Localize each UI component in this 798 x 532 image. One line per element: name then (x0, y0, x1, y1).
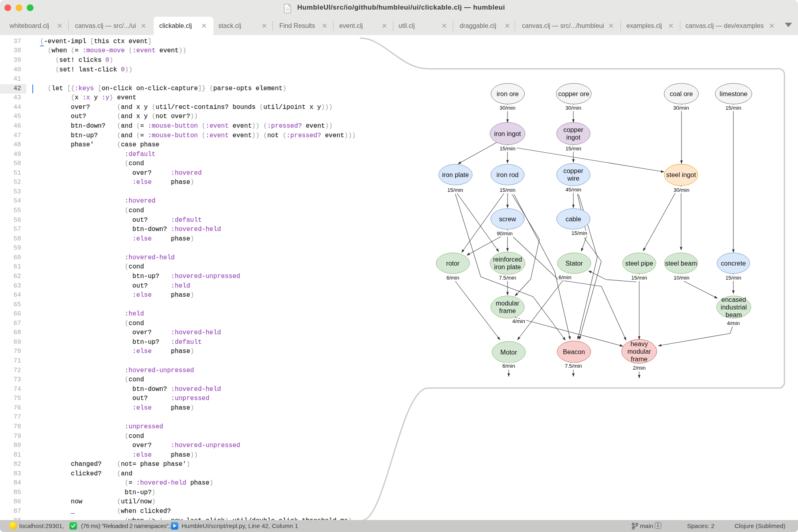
svg-text:15/min: 15/min (631, 275, 647, 281)
svg-text:coal ore: coal ore (670, 90, 693, 97)
svg-text:Stator: Stator (565, 260, 583, 267)
svg-text:iron plate: iron plate (442, 171, 469, 178)
svg-text:10/min: 10/min (674, 275, 689, 281)
svg-text:2/min: 2/min (633, 365, 646, 371)
svg-text:15/min: 15/min (500, 146, 516, 152)
svg-text:15/min: 15/min (725, 105, 741, 111)
svg-text:15/min: 15/min (725, 275, 741, 281)
svg-text:copper ore: copper ore (558, 90, 589, 97)
svg-text:screw: screw (499, 215, 516, 223)
svg-text:iron plate: iron plate (494, 263, 521, 270)
svg-text:iron ingot: iron ingot (494, 130, 521, 137)
svg-text:steel ingot: steel ingot (666, 171, 696, 178)
svg-text:6/min: 6/min (502, 363, 515, 369)
svg-text:15/min: 15/min (447, 187, 463, 193)
svg-text:15/min: 15/min (571, 230, 587, 236)
svg-text:modular: modular (627, 348, 651, 355)
svg-text:7.5/min: 7.5/min (565, 363, 582, 369)
svg-text:4/min: 4/min (512, 318, 525, 324)
svg-text:30/min: 30/min (565, 105, 581, 111)
svg-text:30/min: 30/min (673, 105, 689, 111)
svg-text:Beacon: Beacon (563, 348, 585, 355)
svg-text:limestone: limestone (720, 90, 748, 97)
svg-text:reinforced: reinforced (493, 256, 522, 263)
svg-text:Motor: Motor (500, 349, 517, 356)
svg-text:30/min: 30/min (500, 105, 516, 111)
svg-text:15/min: 15/min (565, 146, 581, 152)
svg-text:4/min: 4/min (727, 320, 740, 326)
svg-text:heavy: heavy (630, 340, 648, 347)
svg-text:wire: wire (567, 175, 579, 182)
svg-text:beam: beam (726, 311, 742, 318)
svg-text:iron rod: iron rod (496, 171, 518, 178)
svg-text:copper: copper (563, 126, 584, 133)
svg-text:steel pipe: steel pipe (625, 260, 653, 267)
svg-text:industrial: industrial (721, 303, 747, 311)
svg-text:steel beam: steel beam (665, 260, 697, 267)
svg-text:copper: copper (563, 167, 584, 174)
svg-text:6/min: 6/min (446, 275, 459, 281)
svg-text:15/min: 15/min (500, 187, 516, 193)
svg-text:ingot: ingot (566, 134, 581, 141)
svg-text:iron ore: iron ore (497, 90, 519, 97)
svg-text:45/min: 45/min (565, 187, 581, 193)
svg-text:concrete: concrete (721, 260, 746, 267)
svg-text:cable: cable (565, 215, 581, 223)
svg-text:6/min: 6/min (559, 274, 571, 280)
svg-text:modular: modular (496, 299, 519, 307)
svg-text:frame: frame (631, 355, 648, 363)
svg-text:7.5/min: 7.5/min (499, 275, 516, 281)
svg-text:90/min: 90/min (497, 231, 513, 236)
svg-text:rotor: rotor (446, 260, 460, 267)
svg-text:encased: encased (721, 296, 746, 303)
svg-text:30/min: 30/min (674, 187, 689, 193)
svg-text:frame: frame (499, 307, 516, 314)
